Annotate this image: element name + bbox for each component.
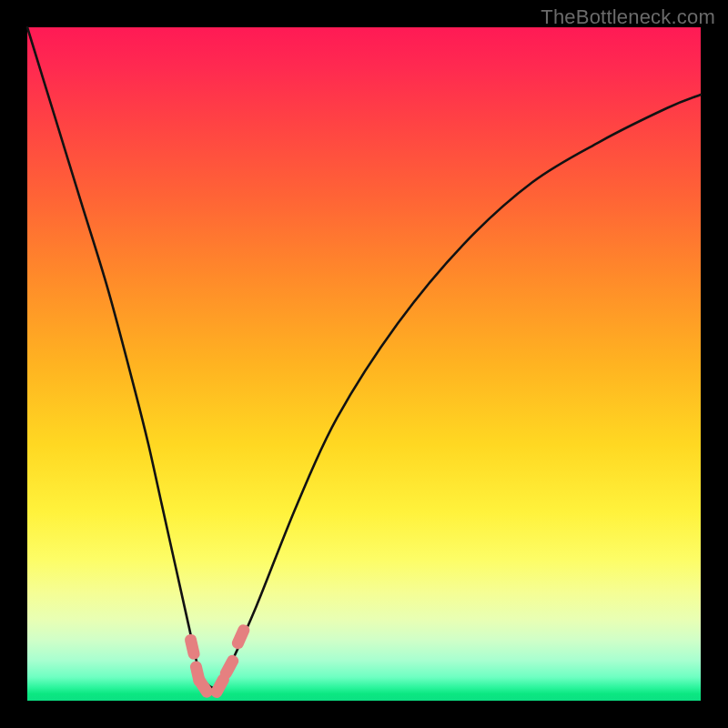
plot-area [27,27,701,701]
curve-marker [218,653,241,682]
watermark-text: TheBottleneck.com [541,5,715,29]
curve-marker [184,633,201,661]
curve-markers [184,622,251,700]
bottleneck-curve [27,27,701,688]
bottleneck-curve-svg [27,27,701,701]
chart-outer-frame: TheBottleneck.com [0,0,728,728]
curve-marker [230,622,251,651]
